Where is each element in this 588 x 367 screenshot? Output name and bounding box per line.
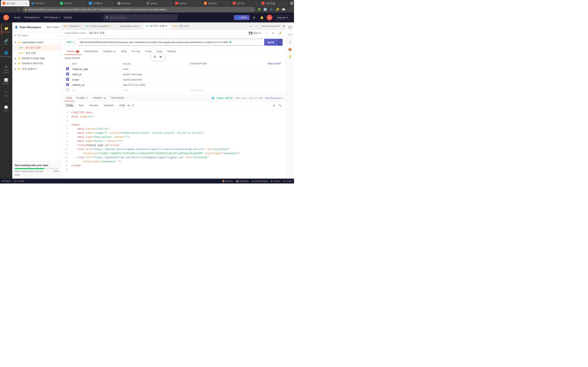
nav-api-network[interactable]: API Network ▾: [43, 15, 61, 20]
param-key-response-type[interactable]: response_type: [71, 67, 121, 72]
browser-tab-9[interactable]: (암기과 ×: [231, 0, 260, 6]
send-dropdown-button[interactable]: ▾: [277, 39, 283, 46]
browser-tab-2[interactable]: 👥 에이앤드 ×: [30, 0, 58, 6]
sidebar-item-apis[interactable]: 🔗 APIs: [1, 36, 11, 48]
right-sidebar-comments[interactable]: 💬: [287, 24, 293, 31]
user-avatar[interactable]: ns: [267, 15, 272, 20]
format-tab-preview[interactable]: Preview: [87, 103, 100, 108]
status-online[interactable]: Online: [2, 180, 10, 182]
param-value-scope[interactable]: openid read write: [121, 77, 189, 82]
nav-home[interactable]: Home: [12, 15, 22, 20]
team-invite-link[interactable]: Invite: [15, 174, 20, 176]
resp-tab-test-results[interactable]: Test Results: [109, 95, 126, 101]
save-button[interactable]: 💾 Save: [251, 30, 256, 36]
nav-explore[interactable]: Explore: [62, 15, 74, 20]
param-value-client-id[interactable]: oauth2-client-app: [121, 72, 189, 77]
req-tab-password[interactable]: POST Password ×: [61, 22, 84, 30]
browser-tab-11[interactable]: 127.0.0 ×: [289, 0, 294, 6]
browser-tab-3[interactable]: (주)위드 ×: [58, 0, 87, 6]
browser-tab-4[interactable]: 지역별 체 ×: [87, 0, 116, 6]
right-sidebar-lightbulb[interactable]: 💡: [287, 53, 293, 60]
google-translate-icon[interactable]: G: [153, 54, 157, 59]
param-value-redirect-uri[interactable]: http://127.0.0.1:8081: [121, 82, 189, 88]
sidebar-item-flows[interactable]: ⬡ Flows: [1, 88, 11, 99]
sidebar-item-mock-servers[interactable]: 🖥 Mock Servers: [1, 63, 11, 75]
param-check-empty[interactable]: [66, 89, 69, 91]
tab-params[interactable]: Params●: [65, 48, 82, 55]
collection-root-item[interactable]: ▶ 📁 authorization server: [12, 40, 61, 45]
search-response-button[interactable]: 🔍: [277, 103, 283, 108]
browser-tab-1[interactable]: 임시코드 ×: [1, 0, 29, 6]
request-layout-icon[interactable]: ⊞: [282, 22, 286, 30]
notifications-icon-button[interactable]: 🔔: [259, 15, 265, 21]
format-tab-raw[interactable]: Raw: [77, 103, 86, 108]
tab-close-auth-server[interactable]: ×: [140, 25, 141, 27]
save-response-button[interactable]: Save Response ▾: [265, 97, 283, 100]
extensions-icon[interactable]: 🧩: [256, 7, 262, 12]
status-bootcamp[interactable]: 📚 Bootcamp: [236, 180, 249, 182]
sidebar-item-collections[interactable]: 📁 Collections: [1, 24, 11, 35]
resp-tab-cookies[interactable]: Cookies1: [74, 95, 91, 101]
import-button[interactable]: Import: [53, 25, 59, 30]
settings-icon-button[interactable]: ⚙: [251, 15, 257, 21]
status-desktop-agent[interactable]: 🖥 Desktop Agent: [252, 180, 268, 182]
tab-close-6[interactable]: ×: [168, 2, 172, 5]
tab-close-1[interactable]: ×: [25, 2, 28, 5]
format-lines-icon[interactable]: ☰: [132, 104, 134, 107]
param-key-empty[interactable]: Key: [71, 88, 121, 93]
format-tab-visualize[interactable]: Visualize: [102, 103, 116, 108]
browser-tab-6[interactable]: spring- ×: [145, 0, 173, 6]
req-tab-token[interactable]: POST 토큰 요청 ×: [171, 22, 193, 30]
profile-icon[interactable]: M: [269, 7, 274, 12]
tab-close-8[interactable]: ×: [226, 2, 229, 5]
tab-authorization[interactable]: Authorization: [82, 48, 101, 55]
tab-close-auth-code[interactable]: ×: [167, 25, 169, 27]
more-options-request-button[interactable]: ⋯: [264, 30, 269, 36]
tree-item-get-auth-code[interactable]: GET 임시코드 요청: [12, 45, 61, 50]
tree-item-token-verify[interactable]: ▶ 📁 토큰 검증하기: [12, 66, 61, 72]
more-params-button[interactable]: ⋯: [266, 62, 268, 65]
new-button[interactable]: New: [46, 25, 52, 30]
forward-button[interactable]: →: [9, 7, 14, 12]
method-select[interactable]: GET ▾: [65, 39, 76, 46]
upgrade-button[interactable]: Upgrade ▾: [274, 15, 291, 20]
param-check-client-id[interactable]: [66, 73, 69, 75]
param-key-scope[interactable]: scope: [71, 77, 121, 82]
sidebar-item-monitors[interactable]: 📊 Monitors: [1, 76, 11, 87]
sidebar-item-environments[interactable]: 🌐 Environments: [1, 49, 11, 60]
param-key-redirect-uri[interactable]: redirect_uri: [71, 82, 121, 88]
password-icon[interactable]: 🔑: [275, 7, 280, 12]
more-options-button[interactable]: ⋯: [57, 34, 60, 37]
translate-icon[interactable]: 🔤: [263, 7, 268, 12]
back-button[interactable]: ←: [2, 7, 7, 12]
param-key-client-id[interactable]: client_id: [71, 72, 121, 77]
param-check-scope[interactable]: [66, 78, 69, 81]
tab-prereq[interactable]: Pre-req.: [129, 48, 143, 55]
param-value-response-type[interactable]: code: [121, 67, 189, 72]
menu-icon[interactable]: ⋮: [287, 7, 292, 12]
collection-search-input[interactable]: [21, 34, 55, 37]
tab-close-5[interactable]: ×: [140, 2, 143, 5]
sidebar-item-history[interactable]: 🕐 History: [1, 103, 11, 114]
edit-request-button[interactable]: ✏: [270, 30, 276, 36]
tab-close-3[interactable]: ×: [82, 2, 85, 5]
url-display[interactable]: http://localhost:9000/oauth2/authorize?r…: [78, 39, 263, 46]
browser-tab-10[interactable]: 요즘 힘들 ×: [260, 0, 288, 6]
param-value-empty[interactable]: Value: [121, 88, 189, 93]
filter-button[interactable]: ☰: [18, 34, 20, 37]
right-sidebar-info[interactable]: ℹ: [287, 39, 293, 45]
param-check-response-type[interactable]: [66, 67, 69, 70]
tab-headers[interactable]: Headers8: [101, 48, 119, 55]
reload-button[interactable]: ↻: [16, 7, 21, 12]
environment-selector[interactable]: No Environment ▾: [260, 22, 282, 30]
req-tab-auth-code[interactable]: GET 임시코드 요청 ×: [143, 22, 171, 30]
req-tab-auth-server[interactable]: 📄 authorization serve ×: [114, 22, 143, 30]
address-bar[interactable]: 🔒 lively-flare-504517.postman.co/workspa…: [22, 7, 255, 12]
bookmark-icon[interactable]: ☆: [251, 8, 253, 11]
tree-item-grant-type[interactable]: ▶ 📁 OAuth2.0 Grant Type: [12, 56, 61, 61]
tab-close-token[interactable]: ×: [190, 25, 191, 27]
search-box[interactable]: 🔍 Search Postman: [104, 15, 177, 21]
right-sidebar-cookies[interactable]: 🍪: [287, 46, 293, 53]
send-button[interactable]: Send: [264, 39, 277, 46]
tab-close-9[interactable]: ×: [255, 2, 258, 5]
